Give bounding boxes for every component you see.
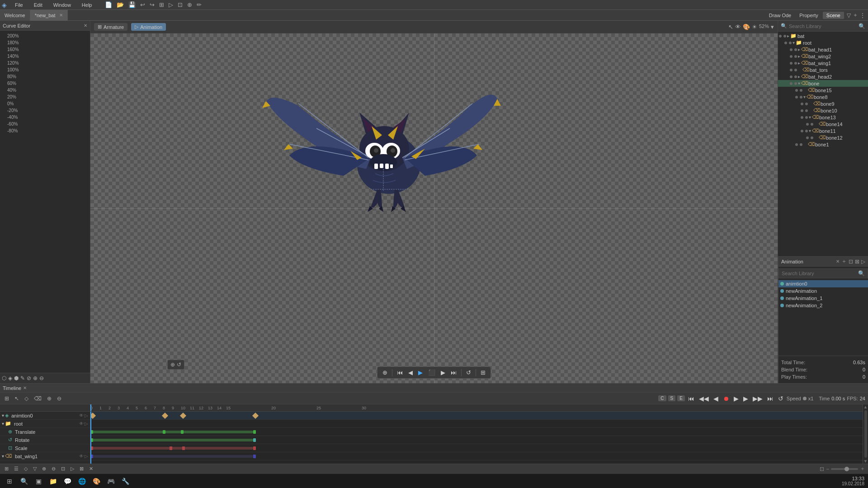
kf-s-18[interactable] bbox=[253, 446, 256, 450]
skype-icon[interactable]: 💬 bbox=[61, 475, 73, 487]
tree-item-bone[interactable]: ▾ ⌫ bone bbox=[778, 80, 868, 87]
tree-item-bat-wing1[interactable]: ▸ ⌫ bat_wing1 bbox=[778, 60, 868, 66]
search-library-input[interactable] bbox=[789, 23, 857, 29]
tree-item-root[interactable]: ▾ 📁 root bbox=[778, 39, 868, 46]
tl-add-key-icon[interactable]: ⊕ bbox=[45, 394, 53, 403]
curve-tool-7[interactable]: ⊖ bbox=[39, 375, 44, 381]
tl-footer-grid[interactable]: ⊞ bbox=[3, 465, 10, 473]
viewport-canvas[interactable]: ⊕ ↺ ⊕ ⏮ ◀ ▶ ⬛ ▶ ⏭ ↺ ⊞ bbox=[90, 33, 778, 383]
animation-btn[interactable]: ▷ Animation bbox=[131, 23, 166, 31]
scroll-up-icon[interactable]: ▲ bbox=[863, 404, 868, 409]
tl-footer-del[interactable]: ⊖ bbox=[50, 465, 57, 473]
lane-animtion0[interactable] bbox=[90, 412, 863, 420]
kf-t-18[interactable] bbox=[253, 430, 256, 434]
tl-bone-icon[interactable]: ⌫ bbox=[32, 394, 43, 403]
kf-s-10[interactable] bbox=[182, 446, 185, 450]
anim-item-newAnimation1[interactable]: newAnimation_1 bbox=[778, 295, 868, 302]
tool3-icon[interactable]: ⊡ bbox=[176, 1, 184, 9]
tree-item-bat-head2[interactable]: ▸ ⌫ bat_head2 bbox=[778, 73, 868, 80]
tl-key-icon[interactable]: ◇ bbox=[23, 394, 30, 403]
track-eye-batwing1[interactable]: 👁 bbox=[79, 454, 84, 459]
start-button[interactable]: ⊞ bbox=[4, 475, 15, 487]
undo-icon[interactable]: ↩ bbox=[139, 1, 146, 9]
tree-item-bone13[interactable]: ▾ ⌫ bone13 bbox=[778, 114, 868, 121]
settings-playback-icon[interactable]: ⊞ bbox=[478, 368, 488, 377]
file-explorer[interactable]: 📁 bbox=[47, 475, 59, 487]
track-animtion0[interactable]: ▾ ◈ animtion0 👁 ▷ bbox=[0, 412, 90, 420]
kf-w-0[interactable] bbox=[90, 455, 93, 458]
paint-icon[interactable]: 🎨 bbox=[743, 23, 750, 30]
next-icon[interactable]: ▶ bbox=[439, 368, 448, 377]
save-icon[interactable]: 💾 bbox=[127, 1, 137, 9]
tree-item-bone9[interactable]: ⌫ bone9 bbox=[778, 100, 868, 107]
lane-scale[interactable] bbox=[90, 444, 863, 452]
transport-to-start[interactable]: ⏮ bbox=[687, 394, 696, 403]
cursor-icon[interactable]: ↖ bbox=[728, 23, 733, 30]
tl-footer-more3[interactable]: ⊠ bbox=[78, 465, 85, 473]
curve-tool-1[interactable]: ⬡ bbox=[2, 375, 6, 381]
track-eye-root[interactable]: 👁 bbox=[79, 421, 84, 426]
tl-footer-more2[interactable]: ▷ bbox=[69, 465, 76, 473]
photoshop-icon[interactable]: 🎨 bbox=[90, 475, 102, 487]
anim-more-icon[interactable]: ▷ bbox=[861, 258, 865, 265]
tool1-icon[interactable]: ⊞ bbox=[158, 1, 165, 9]
next-frame-icon[interactable]: ⏭ bbox=[448, 368, 459, 377]
tree-item-bat-head1[interactable]: ▸ ⌫ bat_head1 bbox=[778, 46, 868, 53]
transport-prev-frame[interactable]: ◀ bbox=[712, 394, 720, 403]
transport-loop[interactable]: ↺ bbox=[777, 394, 785, 403]
close-timeline-icon[interactable]: ✕ bbox=[23, 385, 27, 390]
prev-icon[interactable]: ◀ bbox=[406, 368, 415, 377]
tree-item-bone10[interactable]: ⌫ bone10 bbox=[778, 107, 868, 114]
track-expand-batwing1[interactable]: ▾ bbox=[2, 454, 4, 459]
scroll-down-icon[interactable]: ▼ bbox=[863, 459, 868, 464]
curve-tool-4[interactable]: ✎ bbox=[20, 375, 25, 381]
light-icon[interactable]: ☀ bbox=[752, 23, 757, 30]
menu-edit[interactable]: Edit bbox=[31, 1, 45, 9]
zoom-slider[interactable] bbox=[831, 468, 858, 470]
anim-item-animtion0[interactable]: animtion0 bbox=[778, 280, 868, 287]
redo-icon[interactable]: ↪ bbox=[148, 1, 156, 9]
lane-rotate[interactable] bbox=[90, 436, 863, 444]
search-magnifier-icon[interactable]: 🔍 bbox=[859, 23, 865, 29]
lane-batwing1[interactable] bbox=[90, 452, 863, 460]
tree-item-bat[interactable]: ▸ 📁 bat bbox=[778, 33, 868, 39]
curve-tool-3[interactable]: ⬢ bbox=[14, 375, 19, 381]
anim-add-icon[interactable]: ＋ bbox=[841, 258, 847, 265]
task-view[interactable]: ▣ bbox=[33, 475, 44, 487]
tl-c-btn[interactable]: C bbox=[658, 395, 666, 401]
lane-translate[interactable] bbox=[90, 428, 863, 436]
kf-r-0[interactable] bbox=[90, 438, 93, 442]
kf-r-18[interactable] bbox=[253, 438, 256, 442]
tool2-icon[interactable]: ▷ bbox=[167, 1, 175, 9]
anim-export-icon[interactable]: ⊠ bbox=[855, 258, 859, 265]
add-icon[interactable]: ＋ bbox=[853, 11, 858, 19]
tab-new-bat[interactable]: *new_bat ✕ bbox=[30, 10, 68, 21]
anim-item-newAnimation2[interactable]: newAnimation_2 bbox=[778, 302, 868, 309]
loop-icon[interactable]: ↺ bbox=[464, 368, 473, 377]
transport-next[interactable]: ▶▶ bbox=[751, 394, 764, 403]
zoom-frame-icon[interactable]: ⊡ bbox=[820, 466, 824, 472]
tree-item-bone1[interactable]: ⌫ bone1 bbox=[778, 141, 868, 148]
draw-ode-btn[interactable]: Draw Ode bbox=[765, 12, 795, 19]
view-icon[interactable]: 👁 bbox=[735, 23, 741, 30]
scene-btn[interactable]: Scene bbox=[823, 12, 844, 19]
zoom-out-icon[interactable]: − bbox=[826, 466, 829, 472]
anim-item-newAnimation[interactable]: newAnimation bbox=[778, 287, 868, 295]
kf-t-10[interactable] bbox=[181, 430, 184, 434]
curve-tool-2[interactable]: ◈ bbox=[8, 375, 12, 381]
animation-search-input[interactable] bbox=[782, 271, 856, 276]
tl-s-btn[interactable]: S bbox=[668, 395, 676, 401]
track-lock-root[interactable]: ▷ bbox=[85, 421, 88, 426]
close-anim-icon[interactable]: ✕ bbox=[836, 259, 840, 264]
tl-footer-more1[interactable]: ⊡ bbox=[59, 465, 67, 473]
menu-window[interactable]: Window bbox=[51, 1, 74, 9]
kf-t-0[interactable] bbox=[90, 430, 93, 434]
zoom-in-icon[interactable]: ＋ bbox=[860, 465, 865, 473]
tree-item-bat-tors[interactable]: ⌫ bat_tors bbox=[778, 66, 868, 73]
lane-root[interactable] bbox=[90, 420, 863, 428]
open-icon[interactable]: 📂 bbox=[115, 1, 125, 9]
prev-frame-icon[interactable]: ⏮ bbox=[395, 368, 405, 377]
tl-e-btn[interactable]: E bbox=[677, 395, 685, 401]
tree-item-bone11[interactable]: ▾ ⌫ bone11 bbox=[778, 127, 868, 134]
track-root[interactable]: ▾ 📁 root 👁 ▷ bbox=[0, 420, 90, 428]
